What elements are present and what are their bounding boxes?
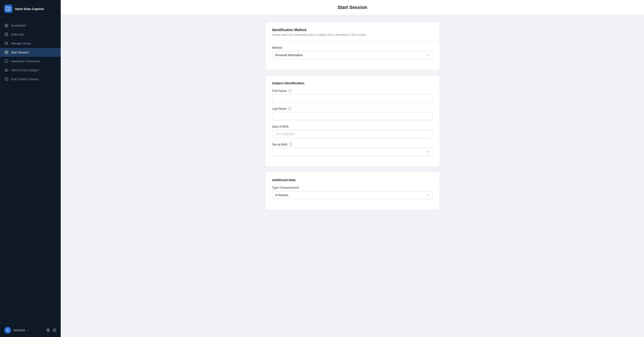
subject-identification-section: Subject Identification First Name ? Last… — [265, 75, 440, 167]
last-name-help-icon[interactable]: ? — [288, 107, 291, 110]
start-session-icon — [4, 50, 8, 54]
user-chevron-icon: › — [27, 328, 28, 332]
dob-input[interactable] — [272, 130, 433, 138]
first-name-label: First Name ? — [272, 89, 433, 92]
settings-icon[interactable] — [52, 328, 56, 332]
sidebar-item-label: Dashboard — [11, 24, 26, 27]
sidebar-logo[interactable]: Open Data Capture — [0, 0, 61, 18]
administer-instrument-icon — [4, 59, 8, 63]
subject-identification-title: Subject Identification — [272, 81, 433, 85]
sidebar-item-view-current-subject[interactable]: View Current Subject — [0, 66, 61, 75]
sidebar-item-end-current-session[interactable]: End Current Session — [0, 75, 61, 84]
first-name-help-icon[interactable]: ? — [288, 89, 292, 92]
page-header: Start Session — [61, 0, 644, 15]
method-label: Method — [272, 46, 433, 49]
sidebar-item-data-hub[interactable]: Data Hub — [0, 30, 61, 39]
first-name-group: First Name ? — [272, 89, 433, 102]
method-select[interactable]: Personal Information Unique Identifier — [272, 51, 433, 59]
svg-rect-4 — [5, 26, 6, 27]
dob-group: Date of Birth — [272, 125, 433, 138]
method-form-group: Method Personal Information Unique Ident… — [272, 46, 433, 59]
svg-rect-3 — [7, 24, 8, 25]
last-name-label: Last Name ? — [272, 107, 433, 110]
avatar — [4, 327, 11, 334]
svg-point-8 — [5, 51, 8, 54]
manage-group-icon — [4, 41, 8, 45]
sidebar-item-label: View Current Subject — [11, 68, 39, 72]
dob-label: Date of Birth — [272, 125, 433, 128]
main-content: Start Session Identification Method Plea… — [61, 0, 644, 337]
sex-help-icon[interactable]: ? — [289, 143, 292, 146]
footer-actions — [46, 328, 56, 332]
sidebar-item-manage-group[interactable]: Manage Group — [0, 39, 61, 48]
type-of-assessment-label: Type of Assessment — [272, 186, 433, 189]
app-name: Open Data Capture — [15, 7, 44, 11]
language-icon[interactable] — [46, 328, 50, 332]
last-name-input[interactable] — [272, 112, 433, 120]
svg-point-13 — [6, 70, 7, 71]
view-current-subject-icon — [4, 68, 8, 72]
sidebar-footer: JaneDoe › — [0, 323, 61, 337]
identification-method-subtitle: Please select the method by which a subj… — [272, 33, 433, 36]
additional-data-section: Additional Data Type of Assessment In-Pe… — [265, 172, 440, 210]
sex-select[interactable]: Male Female Intersex — [272, 148, 433, 156]
additional-data-title: Additional Data — [272, 178, 433, 182]
svg-line-15 — [5, 78, 8, 80]
sidebar-item-label: Manage Group — [11, 42, 31, 45]
content-area: Identification Method Please select the … — [256, 15, 448, 222]
sidebar: Open Data Capture Dashboard Data Hub — [0, 0, 61, 337]
svg-point-6 — [5, 33, 8, 34]
identification-method-section: Identification Method Please select the … — [265, 22, 440, 70]
identification-method-title: Identification Method — [272, 28, 433, 32]
svg-marker-9 — [6, 52, 7, 53]
end-current-session-icon — [4, 77, 8, 81]
last-name-group: Last Name ? — [272, 107, 433, 120]
sidebar-item-label: Administer Instrument — [11, 59, 40, 63]
type-of-assessment-select[interactable]: In-Person Remote Other — [272, 191, 433, 199]
data-hub-icon — [4, 32, 8, 36]
sidebar-item-label: Data Hub — [11, 33, 24, 36]
sidebar-item-start-session[interactable]: Start Session — [0, 48, 61, 57]
sex-label: Sex at Birth ? — [272, 143, 433, 146]
sidebar-nav: Dashboard Data Hub Manage Group — [0, 18, 61, 323]
dashboard-icon — [4, 23, 8, 28]
first-name-input[interactable] — [272, 94, 433, 102]
svg-point-16 — [7, 329, 8, 330]
svg-point-7 — [5, 42, 6, 43]
svg-rect-2 — [5, 24, 6, 25]
type-of-assessment-group: Type of Assessment In-Person Remote Othe… — [272, 186, 433, 199]
sex-group: Sex at Birth ? Male Female Intersex — [272, 143, 433, 156]
svg-rect-10 — [5, 60, 8, 62]
app-logo-icon — [4, 5, 12, 13]
sidebar-item-label: End Current Session — [11, 77, 38, 81]
username-label: JaneDoe — [13, 329, 25, 332]
page-title: Start Session — [69, 5, 636, 10]
sidebar-item-administer-instrument[interactable]: Administer Instrument — [0, 57, 61, 66]
user-info[interactable]: JaneDoe › — [4, 327, 28, 334]
sidebar-item-dashboard[interactable]: Dashboard — [0, 21, 61, 30]
svg-point-19 — [54, 330, 55, 331]
svg-rect-5 — [7, 26, 8, 27]
sidebar-item-label: Start Session — [11, 51, 29, 54]
